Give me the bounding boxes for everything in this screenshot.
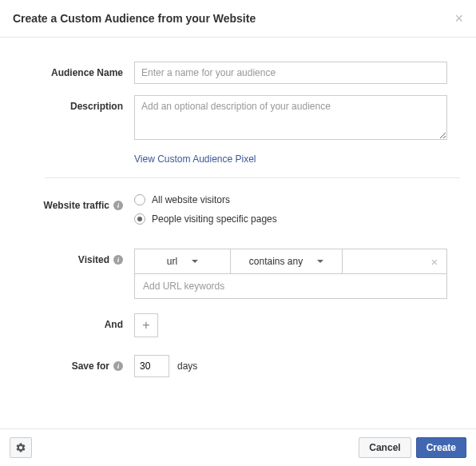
row-audience-name: Audience Name <box>16 62 460 84</box>
modal-header: Create a Custom Audience from your Websi… <box>0 0 476 38</box>
view-pixel-link[interactable]: View Custom Audience Pixel <box>134 153 256 165</box>
modal-footer: Cancel Create <box>0 428 476 466</box>
gear-icon <box>15 442 26 453</box>
label-website-traffic: Website traffic i <box>16 194 134 211</box>
row-pixel-link: View Custom Audience Pixel <box>16 153 460 165</box>
divider <box>45 177 460 178</box>
info-icon[interactable]: i <box>113 201 123 210</box>
radio-icon <box>134 194 145 205</box>
label-visited: Visited i <box>16 249 134 265</box>
row-and: And + <box>16 313 460 337</box>
save-for-input[interactable] <box>134 355 169 377</box>
cancel-button[interactable]: Cancel <box>359 437 411 458</box>
chevron-down-icon <box>192 260 198 263</box>
days-label: days <box>177 360 197 372</box>
settings-button[interactable] <box>10 437 32 458</box>
modal-title: Create a Custom Audience from your Websi… <box>13 12 256 25</box>
info-icon[interactable]: i <box>113 255 123 265</box>
row-website-traffic: Website traffic i All website visitors P… <box>16 194 460 233</box>
row-visited: Visited i url contains any × <box>16 249 460 299</box>
info-icon[interactable]: i <box>113 361 123 371</box>
label-save-for: Save for i <box>16 355 134 372</box>
audience-name-input[interactable] <box>134 62 447 84</box>
radio-specific-pages[interactable]: People visiting specific pages <box>134 213 447 225</box>
label-description: Description <box>16 95 134 112</box>
create-button[interactable]: Create <box>416 437 466 458</box>
remove-condition-icon[interactable]: × <box>422 249 446 273</box>
label-audience-name: Audience Name <box>16 62 134 78</box>
visited-field-dropdown[interactable]: url <box>135 249 231 273</box>
radio-all-visitors[interactable]: All website visitors <box>134 194 447 205</box>
description-input[interactable] <box>134 95 447 140</box>
modal-body: Audience Name Description View Custom Au… <box>0 38 476 404</box>
label-and: And <box>16 313 134 330</box>
visited-operator-dropdown[interactable]: contains any <box>231 249 343 273</box>
close-icon[interactable]: × <box>454 11 463 26</box>
row-save-for: Save for i days <box>16 355 460 377</box>
radio-icon <box>134 213 145 225</box>
visited-condition: url contains any × <box>134 249 447 274</box>
url-keywords-input[interactable] <box>134 274 447 299</box>
chevron-down-icon <box>317 260 323 263</box>
add-condition-button[interactable]: + <box>134 313 158 337</box>
row-description: Description <box>16 95 460 142</box>
